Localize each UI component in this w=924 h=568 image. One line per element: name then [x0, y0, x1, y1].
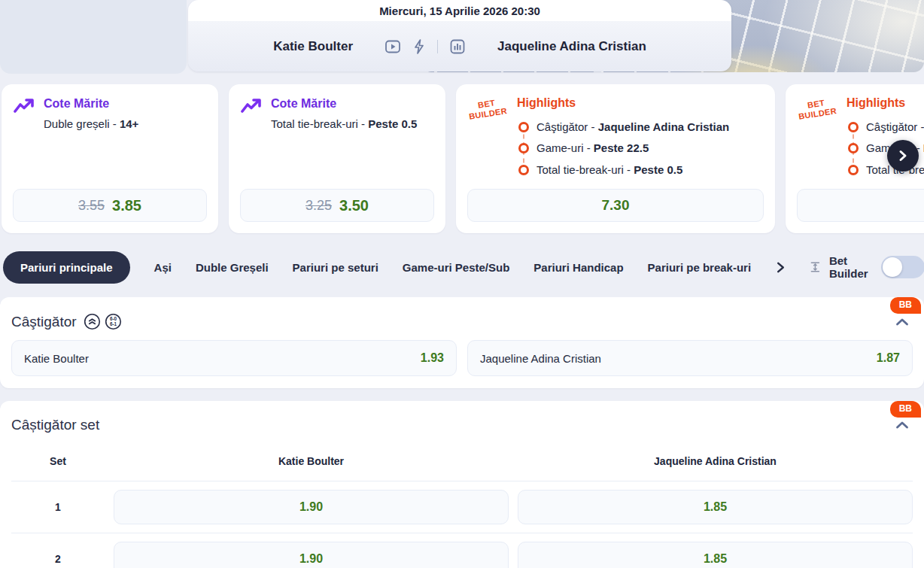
leg-bullet-icon	[848, 165, 859, 175]
column-header-player1: Katie Boulter	[114, 455, 509, 467]
trend-up-icon	[241, 99, 262, 115]
bet-builder-toggle[interactable]	[881, 256, 924, 278]
tab-asi[interactable]: Ași	[154, 261, 172, 274]
tab-pariuri-principale[interactable]: Pariuri principale	[3, 251, 130, 284]
set1-player2-odds-button[interactable]: 1.85	[518, 490, 913, 524]
match-datetime: Miercuri, 15 Aprilie 2026 20:30	[188, 0, 731, 21]
chevron-right-icon	[897, 150, 909, 162]
market-tabs: Pariuri principale Ași Duble Greșeli Par…	[0, 250, 924, 284]
market-section-set-winner: BB Câștigător set Set Katie Boulter Jaqu…	[0, 401, 924, 568]
set2-player1-odds-button[interactable]: 1.90	[114, 542, 509, 568]
score-stats-icon: 6-0 6-1	[105, 313, 122, 330]
bet-builder-odds: 7.30	[602, 197, 630, 214]
bb-badge: BB	[890, 297, 921, 314]
boost-market: Duble greșeli - 14+	[44, 117, 138, 132]
bet-builder-leg: Câştigător -	[846, 117, 924, 138]
set-table-row-1: 1 1.90 1.85	[11, 481, 913, 533]
highlights-title: Highlights	[846, 96, 924, 110]
icon-divider	[437, 40, 438, 53]
media-icons	[384, 38, 466, 55]
tab-duble-greseli[interactable]: Duble Greșeli	[196, 261, 269, 274]
bet-builder-legs: Câştigător - Jaqueline Adina Cristian Ga…	[517, 117, 763, 181]
trend-up-icon	[14, 99, 35, 115]
boosted-odds-card-1[interactable]: Cote Mărite Duble greșeli - 14+ 3.55 3.8…	[2, 84, 218, 233]
svg-text:6-1: 6-1	[110, 321, 117, 327]
bolt-icon[interactable]	[412, 38, 426, 55]
boosted-odds-card-2[interactable]: Cote Mărite Total tie-break-uri - Peste …	[229, 84, 445, 233]
leg-bullet-icon	[518, 143, 529, 153]
outcome-player1-winner[interactable]: Katie Boulter 1.93	[11, 340, 457, 376]
new-odds: 3.85	[112, 197, 141, 214]
set-table-header: Set Katie Boulter Jaqueline Adina Cristi…	[11, 443, 913, 481]
bet-builder-leg: Game-uri - Peste 22.5	[517, 138, 763, 159]
bet-builder-logo: BET BUILDER	[467, 96, 507, 121]
highlights-title: Highlights	[517, 96, 763, 110]
boosted-odds-button[interactable]: 3.55 3.85	[13, 189, 207, 222]
tab-pariuri-pe-seturi[interactable]: Pariuri pe seturi	[293, 261, 378, 274]
player2-name: Jaqueline Adina Cristian	[497, 39, 646, 54]
bb-badge: BB	[890, 401, 921, 418]
bet-builder-leg: Total tie-break-uri - Peste 0.5	[517, 159, 763, 181]
leg-bullet-icon	[518, 165, 529, 175]
stats-icon[interactable]	[449, 38, 466, 55]
players-bar: Katie Boulter	[188, 21, 731, 71]
set2-player2-odds-button[interactable]: 1.85	[518, 542, 913, 568]
section-collapse-button[interactable]	[895, 421, 913, 430]
tab-game-uri-peste-sub[interactable]: Game-uri Peste/Sub	[403, 261, 510, 274]
boost-market: Total tie-break-uri - Peste 0.5	[271, 117, 417, 132]
odds-value: 1.93	[421, 351, 444, 365]
tab-pariuri-pe-break-uri[interactable]: Pariuri pe break-uri	[648, 261, 752, 274]
chevron-up-icon	[895, 317, 909, 327]
bet-builder-odds-button[interactable]	[797, 189, 924, 222]
carousel-next-button[interactable]	[887, 140, 919, 172]
match-header: Miercuri, 15 Aprilie 2026 20:30 Katie Bo…	[0, 0, 924, 72]
market-section-winner: BB Câştigător 6-0 6-1 Katie Boulter 1.93	[0, 297, 924, 388]
bet-builder-odds-button[interactable]: 7.30	[467, 189, 764, 222]
set-table-row-2: 2 1.90 1.85	[11, 533, 913, 568]
chevron-right-icon	[775, 262, 786, 273]
set-number: 1	[11, 501, 105, 513]
chevron-up-icon	[895, 421, 909, 430]
old-odds: 3.55	[78, 198, 105, 214]
bet-builder-toggle-group: Bet Builder	[810, 254, 924, 280]
set1-player1-odds-button[interactable]: 1.90	[114, 490, 509, 524]
column-header-player2: Jaqueline Adina Cristian	[518, 455, 913, 467]
toggle-knob	[883, 257, 902, 277]
section-collapse-button[interactable]	[895, 317, 913, 327]
leg-bullet-icon	[848, 122, 859, 132]
section-title: Câștigător set	[11, 417, 99, 433]
tab-pariuri-handicap[interactable]: Pariuri Handicap	[533, 261, 623, 274]
adjacent-match-card-left[interactable]	[0, 0, 187, 74]
tabs-overflow-button[interactable]	[775, 262, 786, 273]
odds-value: 1.87	[877, 351, 900, 365]
set-number: 2	[11, 553, 105, 565]
video-icon[interactable]	[384, 38, 401, 55]
column-header-set: Set	[11, 455, 105, 467]
expand-collapse-icon[interactable]	[810, 260, 820, 275]
new-odds: 3.50	[339, 197, 369, 214]
boost-badge: Cote Mărite	[271, 96, 417, 111]
boosted-odds-button[interactable]: 3.25 3.50	[240, 189, 434, 222]
player1-name: Katie Boulter	[273, 39, 353, 54]
bet-builder-leg: Câştigător - Jaqueline Adina Cristian	[517, 117, 763, 138]
leg-bullet-icon	[518, 122, 529, 132]
leg-bullet-icon	[848, 143, 859, 153]
boost-badge: Cote Mărite	[44, 96, 138, 111]
bet-builder-highlights-card-1[interactable]: BET BUILDER Highlights Câştigător - Jaqu…	[456, 84, 775, 233]
outcome-player2-winner[interactable]: Jaqueline Adina Cristian 1.87	[467, 340, 913, 376]
match-header-card: Miercuri, 15 Aprilie 2026 20:30 Katie Bo…	[188, 0, 731, 71]
bet-builder-logo: BET BUILDER	[796, 96, 837, 121]
boost-chevrons-icon	[84, 313, 101, 330]
bet-builder-toggle-label: Bet Builder	[829, 254, 872, 280]
section-title: Câştigător	[11, 314, 77, 330]
section-feature-icons: 6-0 6-1	[84, 313, 122, 330]
promo-carousel: Cote Mărite Duble greșeli - 14+ 3.55 3.8…	[0, 84, 924, 233]
old-odds: 3.25	[305, 198, 332, 214]
